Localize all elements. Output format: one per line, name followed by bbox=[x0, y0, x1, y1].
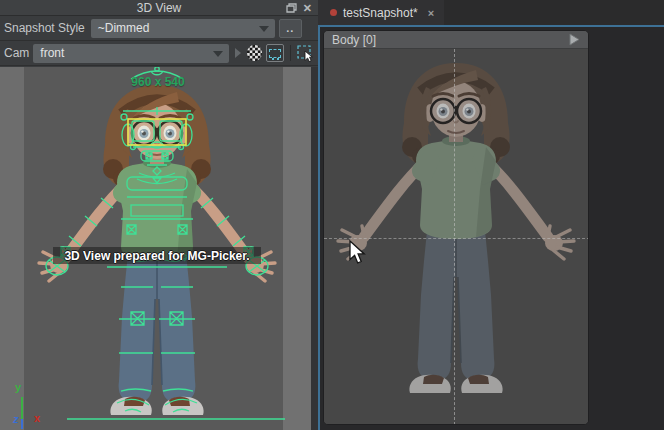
mouse-cursor bbox=[349, 240, 367, 266]
chevron-down-icon bbox=[213, 51, 223, 57]
viewport-message: 3D View prepared for MG-Picker. bbox=[64, 249, 249, 263]
camera-value: front bbox=[40, 46, 64, 60]
gate-margin-left bbox=[0, 67, 24, 430]
pane-border-left bbox=[318, 25, 320, 430]
checker-sphere-icon[interactable] bbox=[247, 45, 262, 61]
tab-testsnapshot[interactable]: testSnapshot* × bbox=[318, 0, 444, 25]
axis-z-line bbox=[21, 419, 23, 429]
snapshot-viewport[interactable] bbox=[324, 49, 588, 425]
marquee-select-icon[interactable] bbox=[297, 45, 314, 62]
axis-x-label: x bbox=[34, 412, 40, 424]
snapshot-style-label: Snapshot Style bbox=[4, 21, 85, 35]
cam-label: Cam bbox=[4, 46, 29, 60]
chevron-down-icon bbox=[259, 26, 269, 32]
unsaved-dot-icon bbox=[330, 9, 337, 16]
gate-margin-right bbox=[283, 67, 311, 430]
close-window-icon[interactable]: ✕ bbox=[303, 3, 312, 14]
character-snapshot bbox=[326, 49, 586, 409]
panel-3d-view: 3D View ✕ Snapshot Style ~Dimmed .. Cam … bbox=[0, 0, 318, 430]
viewport-message-band: 3D View prepared for MG-Picker. bbox=[53, 247, 261, 264]
axis-y-line bbox=[21, 397, 23, 419]
mg-picker-window: 3D View ✕ Snapshot Style ~Dimmed .. Cam … bbox=[0, 0, 664, 430]
toolbar-separator bbox=[290, 45, 291, 61]
snapshot-style-row: Snapshot Style ~Dimmed .. bbox=[0, 16, 318, 41]
panel-titlebar: 3D View ✕ bbox=[0, 0, 318, 16]
crosshair-vertical bbox=[454, 49, 455, 425]
crosshair-horizontal bbox=[324, 238, 588, 239]
panel-snapshot: testSnapshot* × Body [0] bbox=[318, 0, 664, 430]
resolution-gate-icon[interactable] bbox=[266, 44, 284, 62]
body-header-label: Body [0] bbox=[332, 33, 376, 47]
snapshot-style-value: ~Dimmed bbox=[98, 21, 150, 35]
panel-title: 3D View bbox=[137, 1, 181, 15]
more-options-button[interactable]: .. bbox=[279, 19, 302, 38]
restore-window-icon[interactable] bbox=[286, 3, 297, 13]
axis-z-label: z bbox=[13, 413, 19, 425]
play-arrow-icon[interactable] bbox=[569, 33, 580, 46]
axis-y-label: y bbox=[15, 381, 21, 393]
viewport-right-edge bbox=[311, 67, 318, 430]
body-panel-header[interactable]: Body [0] bbox=[324, 31, 588, 49]
tab-close-icon[interactable]: × bbox=[428, 7, 434, 19]
expander-arrow-icon[interactable] bbox=[235, 48, 241, 58]
tab-label: testSnapshot* bbox=[343, 6, 418, 20]
camera-dropdown[interactable]: front bbox=[33, 44, 229, 63]
resolution-gate-label: 960 x 540 bbox=[108, 75, 208, 89]
pane-border-top bbox=[318, 25, 664, 27]
snapshot-tabbar: testSnapshot* × bbox=[318, 0, 664, 25]
snapshot-style-dropdown[interactable]: ~Dimmed bbox=[91, 19, 275, 38]
3d-viewport[interactable]: 960 x 540 3D View prepared for MG-Picker… bbox=[0, 67, 318, 430]
camera-row: Cam front bbox=[0, 41, 318, 66]
body-snapshot-panel: Body [0] bbox=[323, 30, 589, 425]
